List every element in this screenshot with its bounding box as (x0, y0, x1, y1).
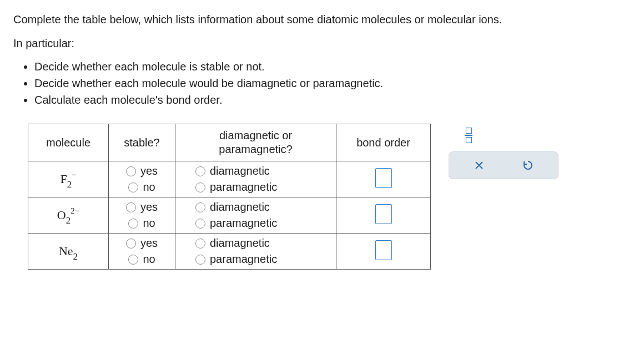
bond-order-cell (336, 234, 431, 270)
radio-yes[interactable]: yes (114, 200, 169, 215)
molecule-table: molecule stable? diamagnetic or paramagn… (28, 124, 431, 270)
bond-order-input[interactable] (375, 168, 392, 188)
radio-no[interactable]: no (114, 180, 169, 195)
stable-cell: yes no (109, 197, 175, 234)
radio-icon (195, 239, 205, 248)
molecule-base: O (57, 208, 66, 222)
bond-order-cell (336, 197, 431, 234)
radio-paramagnetic[interactable]: paramagnetic (181, 252, 330, 267)
bullet-list: Decide whether each molecule is stable o… (22, 59, 631, 108)
table-row: O22− yes no diamagnetic paramagnetic (28, 197, 431, 234)
molecule-superscript: − (72, 170, 76, 179)
table-row: F2− yes no diamagnetic paramagnetic (28, 161, 431, 197)
radio-icon (195, 166, 205, 176)
radio-icon (126, 166, 136, 176)
radio-icon (126, 202, 136, 212)
radio-yes[interactable]: yes (114, 164, 169, 179)
header-molecule: molecule (28, 124, 109, 161)
tool-panel (449, 125, 559, 179)
reset-button[interactable] (519, 159, 537, 172)
magnetic-cell: diamagnetic paramagnetic (175, 234, 336, 270)
clear-button[interactable] (470, 159, 488, 171)
tool-row (449, 151, 559, 179)
molecule-cell: Ne2 (28, 234, 109, 270)
intro-text: Complete the table below, which lists in… (13, 11, 631, 28)
radio-icon (126, 239, 136, 248)
radio-icon (195, 182, 205, 192)
molecule-cell: O22− (28, 197, 109, 234)
close-icon (474, 160, 485, 171)
stable-cell: yes no (109, 234, 175, 270)
stable-cell: yes no (109, 161, 175, 197)
molecule-subscript: 2 (73, 251, 78, 262)
radio-no[interactable]: no (114, 216, 169, 231)
lead-text: In particular: (13, 35, 631, 52)
bond-order-cell (336, 161, 431, 197)
header-stable: stable? (109, 124, 175, 161)
fraction-tool-button[interactable] (457, 125, 480, 146)
molecule-cell: F2− (28, 161, 109, 197)
radio-no[interactable]: no (114, 252, 169, 267)
radio-yes[interactable]: yes (114, 236, 169, 251)
bullet-item: Decide whether each molecule would be di… (34, 75, 631, 92)
radio-icon (195, 255, 205, 265)
radio-diamagnetic[interactable]: diamagnetic (181, 236, 330, 251)
header-bond: bond order (336, 124, 431, 161)
molecule-superscript: 2− (71, 206, 79, 215)
molecule-base: F (60, 172, 67, 186)
magnetic-cell: diamagnetic paramagnetic (175, 197, 336, 234)
radio-paramagnetic[interactable]: paramagnetic (181, 180, 330, 195)
radio-diamagnetic[interactable]: diamagnetic (181, 164, 330, 179)
instructions: Complete the table below, which lists in… (13, 11, 631, 108)
bond-order-input[interactable] (375, 204, 392, 224)
bullet-item: Calculate each molecule's bond order. (34, 92, 631, 108)
molecule-subscript: 2 (67, 179, 72, 190)
radio-diamagnetic[interactable]: diamagnetic (181, 200, 330, 215)
radio-icon (195, 219, 205, 229)
undo-icon (522, 159, 534, 171)
bullet-item: Decide whether each molecule is stable o… (34, 59, 631, 75)
molecule-subscript: 2 (66, 215, 71, 226)
header-magnetic: diamagnetic or paramagnetic? (175, 124, 336, 161)
radio-paramagnetic[interactable]: paramagnetic (181, 216, 330, 231)
radio-icon (195, 202, 205, 212)
fraction-icon (465, 128, 472, 143)
magnetic-cell: diamagnetic paramagnetic (175, 161, 336, 197)
molecule-base: Ne (59, 244, 73, 258)
radio-icon (128, 219, 138, 229)
bond-order-input[interactable] (375, 240, 392, 260)
table-row: Ne2 yes no diamagnetic paramagnetic (28, 234, 431, 270)
radio-icon (128, 182, 138, 192)
radio-icon (128, 255, 138, 265)
